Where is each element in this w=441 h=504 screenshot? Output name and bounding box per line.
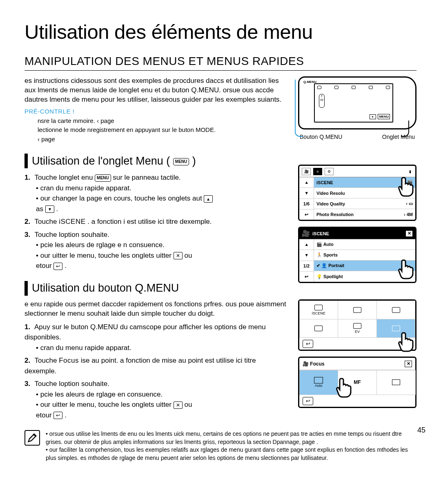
section-bar bbox=[24, 154, 28, 168]
step-text: sur le panneau tactile. bbox=[113, 174, 180, 181]
panel-title: iSCENE bbox=[312, 231, 329, 236]
substep-text: our uitter le menu, touche les onglets u… bbox=[40, 401, 172, 408]
substep: our uitter le menu, touche les onglets u… bbox=[36, 399, 287, 420]
focus-touch[interactable] bbox=[376, 370, 416, 395]
camera-label-menu: Onglet Menu bbox=[382, 134, 415, 140]
focus-title: Focus bbox=[310, 361, 324, 367]
q-step-2: 2. Touche Focus ise au point. a fonction… bbox=[24, 355, 287, 376]
precontrol-list: nsre la carte mmoire. ‹ page lectionne l… bbox=[38, 116, 287, 144]
intro-text: es instructions cidessous sont des exemp… bbox=[24, 76, 287, 105]
step-1: 1. Touche longlet enu MENU sur le pannea… bbox=[24, 172, 287, 214]
row-label: Photo Resolution bbox=[316, 212, 354, 217]
camera-label-qmenu: Bouton Q.MENU bbox=[300, 134, 342, 140]
page-indicator: 1/2 bbox=[299, 261, 314, 272]
menu-row-photores[interactable]: Photo Resolution› 4M bbox=[314, 209, 415, 220]
subsection-title-qmenu: Utilisation du bouton Q.MENU bbox=[32, 282, 179, 294]
precontrol-item: lectionne le mode nregistrement en appuy… bbox=[38, 125, 287, 135]
step-3: 3. Touche loption souhaite. pcie les ale… bbox=[24, 230, 287, 271]
row-label: Spotlight bbox=[323, 274, 343, 279]
qcell-3[interactable] bbox=[376, 301, 416, 319]
close-icon: ✕ bbox=[174, 401, 183, 409]
qcell-label: EV bbox=[355, 330, 360, 334]
close-button[interactable]: ✕ bbox=[405, 230, 413, 237]
panel-camera-icon: 🎥 bbox=[302, 230, 310, 237]
subsection-title-menu: Utilisation de l'onglet Menu ( MENU ) bbox=[32, 155, 196, 167]
qcell-label: iSCENE bbox=[312, 311, 325, 315]
focus-label: Auto bbox=[315, 384, 323, 388]
step-mono: iSCENE bbox=[59, 218, 85, 225]
menu-badge-icon: MENU bbox=[95, 174, 111, 182]
tab-camera-icon[interactable]: 🎥 bbox=[302, 168, 311, 175]
substep: cran du menu rapide apparat. bbox=[36, 183, 287, 194]
menu-row-videoqual[interactable]: Video Quality› ▭ bbox=[314, 198, 415, 209]
qcell-ev[interactable]: EV bbox=[338, 319, 377, 338]
qcell-wb[interactable] bbox=[299, 319, 339, 338]
back-button[interactable]: ↩ bbox=[299, 272, 314, 282]
step-text: Touche loption souhaite. bbox=[35, 231, 109, 239]
hand-pointer-icon bbox=[396, 329, 420, 354]
note-bullet: orsue ous utilise les lments de enu ou l… bbox=[46, 430, 416, 446]
note-icon bbox=[24, 430, 40, 446]
hand-pointer-icon bbox=[396, 256, 420, 281]
substep-text: ou bbox=[184, 252, 192, 259]
row-label: iSCENE bbox=[316, 180, 333, 185]
precontrol-item: ‹ page bbox=[38, 135, 287, 144]
substep-text: our uitter le menu, touche les onglets u… bbox=[40, 252, 172, 259]
focus-panel: 🎥 Focus ✕ Auto MF ↩ bbox=[298, 357, 416, 408]
note-text: orsue ous utilise les lments de enu ou l… bbox=[46, 430, 416, 462]
substep: pcie les aleurs de rglage e n consuence. bbox=[36, 240, 287, 250]
page-indicator: 1/6 bbox=[299, 199, 314, 210]
row-label: Video Quality bbox=[316, 201, 345, 206]
substep: our uitter le menu, touche les onglets u… bbox=[36, 250, 287, 271]
section-heading: MANIPULATION DES MENUS ET MENUS RAPIDES bbox=[24, 55, 416, 71]
scene-row-auto[interactable]: 🎬 Auto bbox=[314, 239, 415, 250]
substep-text: our changer la page en cours, touche les… bbox=[40, 194, 202, 202]
subsection-title-text: Utilisation de l'onglet Menu ( bbox=[32, 155, 170, 167]
menu-corner-icon: MENU bbox=[378, 114, 390, 119]
substep-text: ou bbox=[184, 401, 192, 408]
close-button[interactable]: ✕ bbox=[405, 361, 412, 367]
page-number: 45 bbox=[417, 426, 425, 435]
qmenu-grid-panel: iSCENE EV ↩ bbox=[298, 299, 416, 351]
row-label: Portrait bbox=[328, 263, 344, 268]
hand-pointer-icon bbox=[396, 174, 420, 198]
row-label: Video Resolu bbox=[316, 191, 345, 196]
row-label: Sports bbox=[323, 252, 338, 257]
tab-list-icon[interactable]: ≡ bbox=[313, 168, 322, 175]
up-button[interactable]: ▴ bbox=[299, 177, 314, 188]
back-button[interactable]: ↩ bbox=[303, 397, 313, 405]
menu-panel-2: 🎥 iSCENE ✕ ▴ ▾ 1/2 ↩ 🎬 Auto 🏃 Sports bbox=[298, 227, 416, 283]
step-text: Touche bbox=[35, 218, 57, 225]
qcell-2[interactable] bbox=[338, 301, 377, 319]
return-icon: ↩ bbox=[53, 263, 62, 270]
back-button[interactable]: ↩ bbox=[299, 210, 314, 220]
tab-gear-icon[interactable]: ⚙ bbox=[325, 168, 334, 175]
step-2: 2. Touche iSCENE . a fonction i est util… bbox=[24, 216, 287, 227]
substep-text: etour bbox=[36, 411, 52, 419]
row-label: Auto bbox=[323, 242, 334, 247]
qcell-iscene[interactable]: iSCENE bbox=[299, 301, 339, 319]
menu-badge-icon: MENU bbox=[173, 158, 189, 165]
step-text: . a fonction bbox=[87, 218, 121, 225]
step-text: Touche bbox=[35, 357, 57, 364]
precontrol-item: nsre la carte mmoire. ‹ page bbox=[38, 116, 287, 126]
substep: pcie les aleurs de rglage en consuence. bbox=[36, 389, 287, 400]
focus-auto[interactable]: Auto bbox=[299, 370, 339, 395]
note-bullet: our faciliter la comprhension, tous les … bbox=[46, 446, 416, 462]
up-icon: ▴ bbox=[204, 195, 213, 203]
back-button[interactable]: ↩ bbox=[303, 340, 313, 348]
up-button[interactable]: ▴ bbox=[299, 239, 314, 250]
q-step-1: 1. Apuy sur le buton Q.MENU du camscope … bbox=[24, 322, 287, 353]
step-text: i est utilise ici titre dexemple. bbox=[123, 218, 212, 225]
qmenu-intro: e enu rapide ous permet daccder rapideme… bbox=[24, 300, 287, 319]
menu-panel-1: 🎥 ≡ ⚙ ▮ ▴ ▾ 1/6 ↩ iSCENE› 🎬 Video bbox=[298, 165, 416, 221]
down-button[interactable]: ▾ bbox=[299, 250, 314, 261]
step-text: Touche loption souhaite. bbox=[35, 380, 109, 388]
close-icon: ✕ bbox=[174, 252, 183, 259]
return-icon: ↩ bbox=[53, 412, 62, 419]
step-text: Touche longlet enu bbox=[35, 174, 93, 181]
down-button[interactable]: ▾ bbox=[299, 188, 314, 198]
precontrol-label: PRÉ-CONTRLE ! bbox=[24, 108, 287, 115]
camcorder-diagram: Q.MENU TW ▸ MENU bbox=[298, 76, 416, 129]
section-bar bbox=[24, 281, 28, 296]
